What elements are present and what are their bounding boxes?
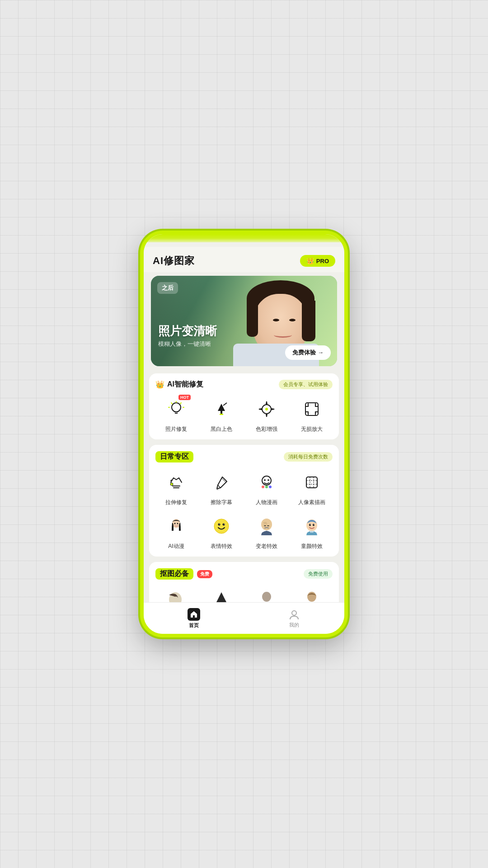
svg-point-47 (219, 524, 220, 524)
svg-rect-57 (310, 531, 314, 533)
svg-rect-22 (305, 403, 318, 415)
svg-point-33 (262, 486, 264, 488)
feature-label-baby: 童颜特效 (301, 542, 323, 550)
svg-point-31 (264, 480, 265, 480)
hero-tag: 之后 (157, 282, 178, 294)
svg-point-25 (170, 483, 173, 486)
sketch-icon (303, 473, 321, 491)
cutout-silhouette-icon (258, 590, 276, 602)
nav-label-mine: 我的 (289, 622, 299, 628)
hero-title: 照片变清晰 (158, 324, 217, 338)
feature-icon-wrap-aging (254, 514, 279, 539)
feature-icon-wrap-caption (209, 470, 234, 495)
nav-label-home: 首页 (189, 622, 199, 629)
svg-point-35 (269, 486, 272, 488)
cutout-shape-icon (212, 590, 230, 602)
aging-icon (258, 517, 276, 535)
feature-label-caption: 擦除字幕 (211, 499, 232, 506)
feature-cartoon[interactable]: 人物漫画 (246, 470, 287, 506)
daily-section: 日常专区 消耗每日免费次数 (149, 445, 339, 557)
hero-subtitle: 模糊人像，一键清晰 (158, 340, 217, 348)
feature-aging[interactable]: 变老特效 (246, 514, 287, 550)
required-badge-use: 免费使用 (304, 569, 333, 579)
svg-rect-9 (221, 411, 222, 414)
expression-icon (212, 517, 230, 535)
feature-label-zoom: 无损放大 (301, 425, 323, 433)
feature-portrait-sketch[interactable]: 人像素描画 (291, 470, 333, 506)
stretch-fix-icon (167, 473, 185, 491)
svg-line-11 (223, 403, 227, 406)
pro-badge[interactable]: 👑 PRO (300, 255, 335, 267)
svg-point-61 (262, 592, 271, 602)
pro-label: PRO (316, 258, 329, 264)
daily-section-title: 日常专区 (155, 451, 193, 462)
feature-photo-restore[interactable]: HOT 照片修复 (155, 396, 197, 433)
anime-icon (167, 517, 185, 535)
required-badge-free: 免费 (197, 570, 212, 578)
feature-icon-wrap-c1 (164, 587, 189, 602)
feature-label-enhance: 色彩增强 (256, 425, 277, 433)
feature-label-aging: 变老特效 (256, 542, 277, 550)
svg-point-55 (310, 524, 310, 525)
color-enhance-icon (258, 400, 276, 418)
feature-icon-wrap-enhance (254, 396, 279, 422)
ai-features-grid: HOT 照片修复 (155, 396, 333, 433)
svg-point-18 (266, 403, 267, 405)
feature-lossless-zoom[interactable]: 无损放大 (291, 396, 333, 433)
bottom-nav: 首页 我的 (144, 602, 344, 634)
app-title: AI修图家 (153, 254, 195, 268)
hero-cta-button[interactable]: 免费体验 → (285, 345, 331, 360)
feature-remove-caption[interactable]: 擦除字幕 (201, 470, 242, 506)
hero-banner[interactable]: 之后 照片变清晰 模糊人像，一键清晰 免费体验 → (151, 276, 337, 366)
svg-point-49 (261, 519, 272, 530)
feature-stretch-fix[interactable]: 拉伸修复 (155, 470, 197, 506)
hero-text: 照片变清晰 模糊人像，一键清晰 (158, 324, 217, 348)
feature-label-restore: 照片修复 (165, 425, 187, 433)
app-header: AI修图家 👑 PRO (144, 247, 344, 272)
daily-features-grid: 拉伸修复 擦除字幕 (155, 470, 333, 506)
feature-cutout-3[interactable] (246, 587, 287, 602)
feature-color-enhance[interactable]: 色彩增强 (246, 396, 287, 433)
cutout-face2-icon (303, 590, 321, 602)
svg-line-4 (180, 403, 181, 404)
feature-expression[interactable]: 表情特效 (201, 514, 242, 550)
feature-cutout-2[interactable] (201, 587, 242, 602)
svg-point-44 (214, 519, 229, 533)
feature-label-cartoon: 人物漫画 (256, 499, 277, 506)
feature-icon-wrap-restore: HOT (164, 396, 189, 422)
hot-badge: HOT (178, 395, 191, 400)
feature-cutout-4[interactable] (291, 587, 333, 602)
feature-icon-wrap-sketch (299, 470, 324, 495)
svg-point-19 (266, 414, 267, 415)
required-section: 抠图必备 免费 免费使用 (149, 562, 339, 602)
feature-icon-wrap-cartoon (254, 470, 279, 495)
feature-ai-anime[interactable]: AI动漫 (155, 514, 197, 550)
cartoon-icon (258, 473, 276, 491)
ai-section: 👑 AI智能修复 会员专享、试用体验 (149, 373, 339, 439)
nav-item-home[interactable]: 首页 (144, 604, 244, 632)
feature-colorize[interactable]: 黑白上色 (201, 396, 242, 433)
feature-label-colorize: 黑白上色 (211, 425, 232, 433)
feature-cutout-1[interactable] (155, 587, 197, 602)
home-icon (188, 608, 200, 621)
feature-icon-wrap-c4 (299, 587, 324, 602)
daily-features-grid-2: AI动漫 (155, 514, 333, 550)
svg-point-54 (313, 524, 314, 526)
crown-small-icon: 👑 (155, 380, 164, 389)
ai-section-badge: 会员专享、试用体验 (279, 380, 333, 389)
feature-icon-wrap-baby (299, 514, 324, 539)
svg-point-56 (314, 524, 314, 525)
ai-section-header: 👑 AI智能修复 会员专享、试用体验 (155, 380, 333, 389)
feature-baby-face[interactable]: 童颜特效 (291, 514, 333, 550)
brush-icon (212, 473, 230, 491)
feature-icon-wrap-anime (164, 514, 189, 539)
svg-point-43 (177, 523, 178, 524)
svg-point-0 (172, 403, 181, 412)
house-icon (190, 610, 198, 618)
svg-point-46 (223, 524, 225, 526)
nav-item-mine[interactable]: 我的 (244, 605, 344, 632)
ai-section-title: 👑 AI智能修复 (155, 380, 203, 389)
feature-icon-wrap-colorize (209, 396, 234, 422)
svg-point-45 (218, 524, 221, 526)
crown-icon: 👑 (306, 257, 314, 264)
